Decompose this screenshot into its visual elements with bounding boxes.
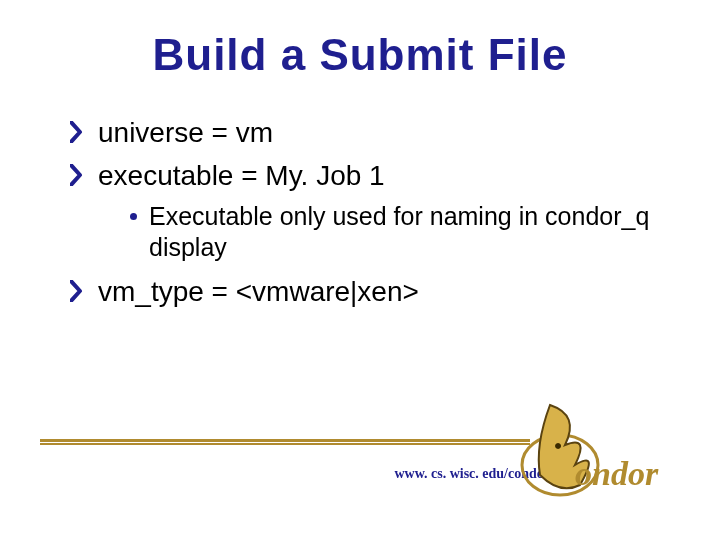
bullet-text: universe = vm: [98, 115, 273, 150]
condor-logo: ondor: [520, 395, 690, 515]
list-item: executable = My. Job 1: [70, 158, 670, 193]
divider: [40, 439, 530, 445]
chevron-right-icon: [70, 121, 84, 143]
page-title: Build a Submit File: [50, 30, 670, 80]
logo-text: ondor: [575, 455, 659, 492]
bullet-dot-icon: [130, 213, 137, 220]
chevron-right-icon: [70, 280, 84, 302]
bullet-text: executable = My. Job 1: [98, 158, 385, 193]
list-item: vm_type = <vmware|xen>: [70, 274, 670, 309]
list-item: universe = vm: [70, 115, 670, 150]
bullet-text: vm_type = <vmware|xen>: [98, 274, 419, 309]
bullet-text: Executable only used for naming in condo…: [149, 201, 669, 264]
list-item: Executable only used for naming in condo…: [130, 201, 670, 264]
slide: Build a Submit File universe = vm execut…: [0, 0, 720, 540]
chevron-right-icon: [70, 164, 84, 186]
bullet-list: universe = vm executable = My. Job 1 Exe…: [50, 115, 670, 309]
